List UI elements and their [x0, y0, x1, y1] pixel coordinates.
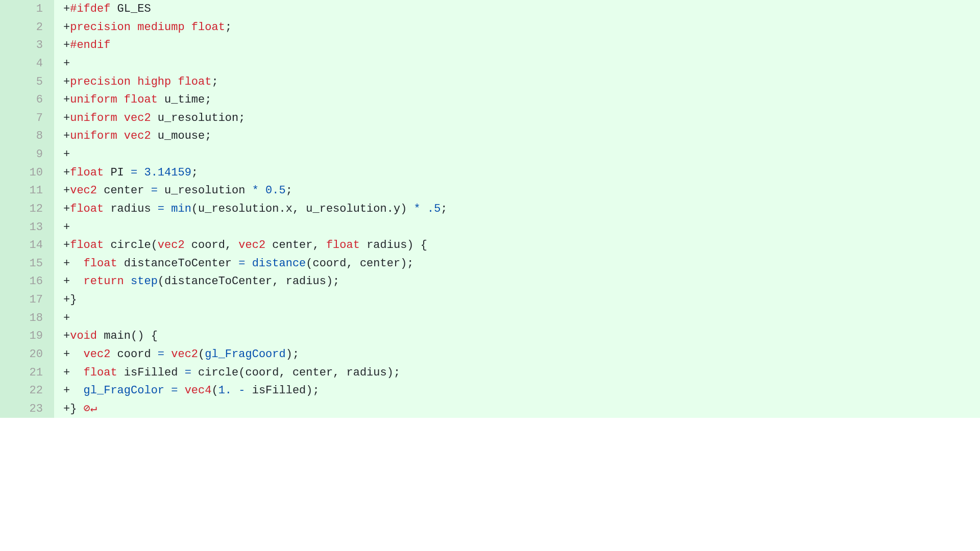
diff-line[interactable]: 13+ — [0, 218, 980, 237]
line-content[interactable]: +float radius = min(u_resolution.x, u_re… — [54, 200, 980, 218]
diff-line[interactable]: 20+ vec2 coord = vec2(gl_FragCoord); — [0, 345, 980, 364]
code-token: + — [63, 76, 70, 88]
line-content[interactable]: +} — [54, 291, 980, 309]
code-token: 0.5 — [265, 184, 286, 197]
code-token: - — [238, 384, 245, 397]
line-content[interactable]: +} ⊘↵ — [54, 400, 980, 418]
code-token: vec2 — [124, 130, 151, 142]
code-token: 3.14159 — [144, 166, 191, 179]
line-number: 8 — [0, 127, 54, 145]
diff-line[interactable]: 16+ return step(distanceToCenter, radius… — [0, 272, 980, 291]
code-token: circle — [110, 239, 151, 252]
code-token: = — [185, 366, 191, 379]
line-content[interactable]: + — [54, 218, 980, 237]
diff-line[interactable]: 22+ gl_FragColor = vec4(1. - isFilled); — [0, 382, 980, 400]
code-token: isFilled — [117, 366, 185, 379]
line-content[interactable]: + — [54, 309, 980, 328]
code-token: + — [63, 384, 70, 397]
code-token: ( — [151, 239, 158, 252]
code-token: ; — [225, 21, 232, 34]
line-content[interactable]: +void main() { — [54, 327, 980, 345]
line-content[interactable]: +float circle(vec2 coord, vec2 center, f… — [54, 236, 980, 255]
diff-line[interactable]: 23+} ⊘↵ — [0, 400, 980, 418]
diff-line[interactable]: 2+precision mediump float; — [0, 18, 980, 37]
line-content[interactable]: +#ifdef GL_ES — [54, 0, 980, 18]
line-content[interactable]: +#endif — [54, 36, 980, 55]
line-content[interactable]: +float PI = 3.14159; — [54, 164, 980, 182]
line-content[interactable]: + — [54, 55, 980, 73]
line-content[interactable]: +uniform vec2 u_resolution; — [54, 109, 980, 128]
code-token: vec2 — [158, 239, 185, 252]
code-token: = — [171, 384, 178, 397]
line-number: 12 — [0, 200, 54, 218]
line-number: 13 — [0, 218, 54, 237]
code-token: + — [63, 330, 70, 342]
diff-line[interactable]: 3+#endif — [0, 36, 980, 55]
line-content[interactable]: + float isFilled = circle(coord, center,… — [54, 364, 980, 382]
code-token: uniform — [70, 130, 117, 142]
code-token: uniform — [70, 112, 117, 124]
code-token — [70, 275, 83, 288]
code-token: gl_FragCoord — [205, 348, 285, 361]
code-token — [104, 239, 110, 252]
line-content[interactable]: +precision mediump float; — [54, 18, 980, 37]
line-number: 6 — [0, 91, 54, 109]
code-token: float — [178, 76, 211, 88]
line-content[interactable]: + return step(distanceToCenter, radius); — [54, 272, 980, 291]
line-content[interactable]: +vec2 center = u_resolution * 0.5; — [54, 182, 980, 200]
code-token: + — [63, 39, 70, 52]
code-token — [70, 257, 83, 270]
code-token: (coord, center); — [306, 257, 413, 270]
code-token — [164, 384, 171, 397]
diff-line[interactable]: 19+void main() { — [0, 327, 980, 345]
code-token: ; — [440, 203, 447, 215]
diff-line[interactable]: 5+precision highp float; — [0, 73, 980, 91]
code-token — [171, 76, 178, 88]
code-token: = — [158, 348, 164, 361]
code-token — [131, 21, 137, 34]
code-token: () { — [131, 330, 158, 342]
diff-line[interactable]: 6+uniform float u_time; — [0, 91, 980, 109]
line-content[interactable]: +uniform float u_time; — [54, 91, 980, 109]
code-token: ⊘↵ — [84, 403, 97, 415]
diff-line[interactable]: 17+} — [0, 291, 980, 309]
diff-line[interactable]: 18+ — [0, 309, 980, 328]
diff-container: 1+#ifdef GL_ES2+precision mediump float;… — [0, 0, 980, 418]
line-content[interactable]: + gl_FragColor = vec4(1. - isFilled); — [54, 382, 980, 400]
line-number: 9 — [0, 145, 54, 164]
diff-line[interactable]: 8+uniform vec2 u_mouse; — [0, 127, 980, 145]
diff-line[interactable]: 14+float circle(vec2 coord, vec2 center,… — [0, 236, 980, 255]
code-token: u_time; — [158, 93, 212, 106]
line-content[interactable]: +uniform vec2 u_mouse; — [54, 127, 980, 145]
line-content[interactable]: + vec2 coord = vec2(gl_FragCoord); — [54, 345, 980, 364]
code-token: coord — [110, 348, 157, 361]
code-token: 1. — [218, 384, 232, 397]
line-number: 7 — [0, 109, 54, 128]
code-token: return — [84, 275, 124, 288]
code-token: + — [63, 366, 70, 379]
diff-line[interactable]: 11+vec2 center = u_resolution * 0.5; — [0, 182, 980, 200]
code-token — [117, 112, 124, 124]
code-token: gl_FragColor — [84, 384, 164, 397]
code-token: vec2 — [238, 239, 265, 252]
line-content[interactable]: + float distanceToCenter = distance(coor… — [54, 255, 980, 273]
diff-line[interactable]: 15+ float distanceToCenter = distance(co… — [0, 255, 980, 273]
diff-line[interactable]: 7+uniform vec2 u_resolution; — [0, 109, 980, 128]
code-token: float — [191, 21, 225, 34]
line-number: 19 — [0, 327, 54, 345]
line-content[interactable]: +precision highp float; — [54, 73, 980, 91]
line-content[interactable]: + — [54, 145, 980, 164]
code-token: float — [70, 166, 104, 179]
diff-line[interactable]: 4+ — [0, 55, 980, 73]
diff-line[interactable]: 10+float PI = 3.14159; — [0, 164, 980, 182]
code-token: ( — [198, 348, 205, 361]
code-token: highp — [137, 76, 171, 88]
code-token: + — [63, 312, 70, 324]
code-token: #endif — [70, 39, 110, 52]
code-token: + — [63, 166, 70, 179]
diff-line[interactable]: 1+#ifdef GL_ES — [0, 0, 980, 18]
diff-line[interactable]: 9+ — [0, 145, 980, 164]
diff-line[interactable]: 12+float radius = min(u_resolution.x, u_… — [0, 200, 980, 218]
diff-line[interactable]: 21+ float isFilled = circle(coord, cente… — [0, 364, 980, 382]
code-token: ; — [191, 166, 198, 179]
